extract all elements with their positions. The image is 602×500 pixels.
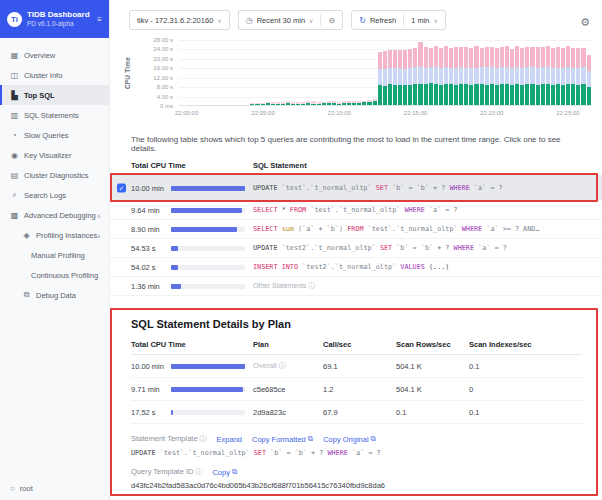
settings-gear-icon[interactable]: ⚙: [580, 16, 590, 29]
chart-bar: [495, 40, 499, 105]
table-row[interactable]: ✓10.00 minUPDATE `test`.`t_normal_oltp` …: [111, 176, 602, 201]
table-row[interactable]: 54.53 sUPDATE `test2`.`t_normal_oltp` SE…: [111, 239, 602, 258]
sidebar-item-cluster-diagnostics[interactable]: ▤Cluster Diagnostics: [0, 165, 109, 185]
instance-select[interactable]: tikv - 172.31.6.2:20160 ∨: [129, 10, 230, 30]
cpu-time-value: 9.71 min: [131, 385, 165, 394]
expand-link[interactable]: Expand: [217, 435, 242, 444]
col-call-sec[interactable]: Call/sec: [323, 340, 396, 349]
bar-segment-blue: [469, 68, 473, 85]
chart-bar: [378, 40, 382, 105]
table-row[interactable]: 9.71 minc5e685ce1.2504.1 K0: [131, 378, 582, 401]
sql-token: UPDATE: [253, 244, 278, 252]
cluster-diagnostics-icon: ▤: [10, 171, 19, 180]
chart-bar: [561, 40, 565, 105]
col-plan[interactable]: Plan: [253, 340, 323, 349]
bar-segment-green: [373, 101, 377, 105]
sidebar-item-advanced-debugging[interactable]: ▩Advanced Debugging∧: [0, 205, 109, 225]
chart-bar: [311, 40, 315, 105]
y-tick-label: 16.00 s: [131, 65, 173, 71]
bar-segment-pink: [530, 47, 534, 67]
copy-formatted-link[interactable]: Copy Formatted⧉: [252, 434, 313, 444]
col-sql-statement[interactable]: SQL Statement: [253, 161, 602, 170]
refresh-control[interactable]: ↻ Refresh 1 min ∨: [351, 10, 446, 30]
chevron-down-icon: ∨: [217, 17, 221, 24]
chart-bar: [408, 40, 412, 105]
table-row[interactable]: 1.36 minOther Statements ⓘ: [111, 277, 602, 296]
chart-bar: [505, 40, 509, 105]
col-scan-indexes-sec[interactable]: Scan Indexes/sec: [469, 340, 582, 349]
chevron-down-icon: ∨: [309, 17, 313, 24]
chart-bar: [439, 40, 443, 105]
chart-bar: [347, 40, 351, 105]
chart-bar: [469, 40, 473, 105]
sidebar-item-overview[interactable]: ▦Overview: [0, 45, 109, 65]
col-total-cpu-time[interactable]: Total CPU Time: [131, 161, 253, 170]
bar-segment-blue: [515, 67, 519, 84]
sql-token: WHERE: [462, 225, 482, 233]
col-scan-rows-sec[interactable]: Scan Rows/sec: [396, 340, 469, 349]
sidebar-collapse-icon[interactable]: ≡: [97, 15, 102, 24]
bar-segment-pink: [576, 48, 580, 68]
sql-token: `a` = ?: [348, 449, 381, 457]
table-row[interactable]: 8.90 minSELECT sum (`a` + `b`) FROM `tes…: [111, 220, 602, 239]
cpu-time-bar-track: [171, 387, 245, 392]
time-range-select[interactable]: ◷ Recent 30 min ∨ ⊖: [238, 10, 343, 30]
info-icon[interactable]: ⓘ: [200, 435, 207, 442]
sidebar-item-slow-queries[interactable]: ◔Slow Queries: [0, 125, 109, 145]
chart-bar: [500, 40, 504, 105]
sidebar-item-cluster-info[interactable]: ◫Cluster Info: [0, 65, 109, 85]
sidebar-item-continuous-profiling[interactable]: Continuous Profiling: [0, 265, 109, 285]
cpu-time-cell: 9.64 min: [131, 206, 253, 215]
bar-segment-pink: [566, 46, 570, 67]
chart-bar: [322, 40, 326, 105]
scan-rows-cell: 504.1 K: [396, 362, 469, 371]
bar-segment-pink: [398, 50, 402, 68]
bar-segment-green: [551, 85, 555, 105]
bar-segment-pink: [515, 46, 519, 67]
user-menu[interactable]: ○ root: [10, 484, 33, 493]
summary-table-header: Total CPU Time SQL Statement: [111, 153, 602, 176]
chart-bar: [429, 40, 433, 105]
sidebar-item-key-visualizer[interactable]: ◉Key Visualizer: [0, 145, 109, 165]
copy-link[interactable]: Copy⧉: [212, 467, 237, 477]
bar-segment-blue: [474, 68, 478, 85]
bar-segment-blue: [383, 69, 387, 86]
info-icon[interactable]: ⓘ: [279, 362, 286, 369]
chart-bar: [245, 40, 249, 105]
bar-segment-green: [515, 84, 519, 105]
bar-segment-green: [480, 84, 484, 105]
sql-token: `test`.`t_normal_oltp`: [364, 225, 462, 233]
sql-token: `a` >= ? AND…: [482, 225, 539, 233]
sidebar-item-debug-data[interactable]: ⧉Debug Data: [0, 285, 109, 305]
sidebar-item-profiling-instances[interactable]: ◈Profiling Instances∧: [0, 225, 109, 245]
sidebar-item-manual-profiling[interactable]: Manual Profiling: [0, 245, 109, 265]
bar-segment-pink: [434, 46, 438, 67]
bar-segment-green: [449, 84, 453, 105]
table-row[interactable]: 17.52 s2d9a823c67.90.10.1: [131, 401, 582, 424]
col-total-cpu-time[interactable]: Total CPU Time: [131, 340, 253, 349]
sidebar-item-top-sql[interactable]: ▙Top SQL: [0, 85, 109, 105]
chart-bar: [261, 40, 265, 105]
details-title: SQL Statement Details by Plan: [131, 318, 582, 330]
sidebar-item-search-logs[interactable]: ⌕Search Logs: [0, 185, 109, 205]
chart-bar: [581, 40, 585, 105]
zoom-out-icon[interactable]: ⊖: [328, 16, 335, 25]
chart-bar: [403, 40, 407, 105]
sidebar-item-sql-statements[interactable]: ▥SQL Statements: [0, 105, 109, 125]
chart-bar: [490, 40, 494, 105]
row-checkbox[interactable]: ✓: [117, 184, 126, 193]
y-tick-label: 8.00 s: [131, 84, 173, 90]
table-row[interactable]: 9.64 minSELECT * FROM `test`.`t_normal_o…: [111, 201, 602, 220]
sql-statements-icon: ▥: [10, 111, 19, 120]
cpu-time-value: 8.90 min: [131, 225, 165, 234]
info-icon[interactable]: ⓘ: [195, 468, 202, 475]
table-row[interactable]: 10.00 minOverallⓘ69.1504.1 K0.1: [131, 355, 582, 378]
bar-segment-blue: [454, 68, 458, 85]
bar-segment-green: [439, 85, 443, 105]
chart-bar: [199, 40, 203, 105]
chart-bar: [373, 40, 377, 105]
copy-original-link[interactable]: Copy Original⧉: [323, 434, 376, 444]
table-row[interactable]: 54.02 sINSERT INTO `test2`.`t_normal_olt…: [111, 258, 602, 277]
chart-bar: [520, 40, 524, 105]
bar-segment-green: [255, 104, 259, 105]
